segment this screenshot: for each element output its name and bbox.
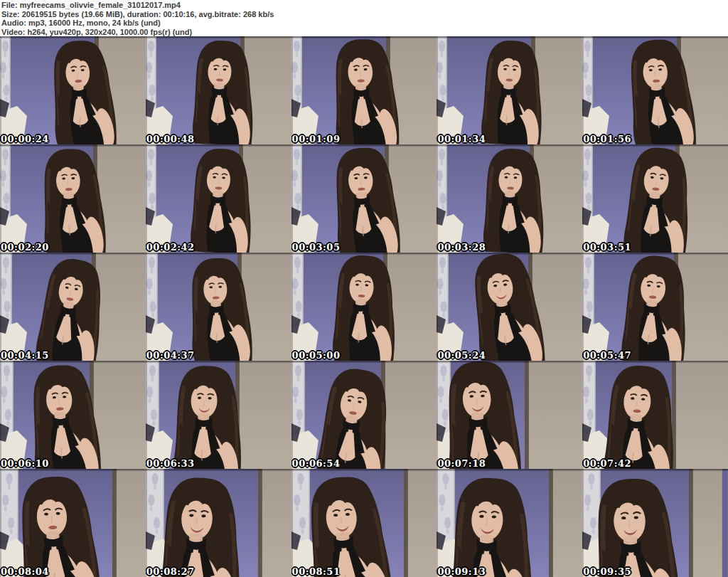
- timestamp-overlay: 00:03:28: [437, 242, 486, 253]
- timestamp-overlay: 00:07:18: [437, 458, 486, 469]
- frame-left-edge: [0, 361, 1, 469]
- video-thumbnail: 00:01:56: [582, 36, 728, 144]
- purple-wall-edge: [722, 469, 728, 577]
- frame-left-edge: [582, 36, 584, 144]
- thumbnail-image: [291, 144, 437, 253]
- frame-top-edge: [582, 144, 728, 147]
- thumbnail-image: [291, 36, 437, 144]
- video-thumbnail: 00:02:20: [0, 144, 146, 253]
- frame-top-edge: [0, 469, 146, 471]
- frame-left-edge: [146, 144, 147, 253]
- thumbnail-image: [437, 144, 582, 253]
- frame-top-edge: [582, 361, 728, 363]
- timestamp-overlay: 00:02:42: [146, 242, 195, 253]
- timestamp-overlay: 00:03:05: [292, 242, 341, 253]
- frame-top-edge: [146, 361, 291, 363]
- timestamp-overlay: 00:00:48: [146, 134, 195, 144]
- frame-top-edge: [437, 253, 582, 255]
- thumbnail-image: [582, 253, 728, 361]
- video-thumbnail: 00:04:37: [146, 253, 291, 361]
- frame-top-edge: [146, 253, 291, 255]
- timestamp-overlay: 00:04:15: [1, 350, 49, 361]
- video-thumbnail: 00:09:35: [582, 469, 728, 577]
- thumbnail-image: [0, 469, 146, 577]
- thumbnail-image: [437, 469, 582, 577]
- thumbnail-grid: 00:00:2400:00:4800:01:0900:01:3400:01:56…: [0, 36, 728, 577]
- frame-top-edge: [437, 361, 582, 363]
- video-thumbnail: 00:08:04: [0, 469, 146, 577]
- timestamp-overlay: 00:01:34: [437, 134, 486, 144]
- frame-top-edge: [582, 253, 728, 255]
- frame-top-edge: [291, 144, 437, 147]
- frame-left-edge: [146, 469, 147, 577]
- frame-top-edge: [291, 253, 437, 255]
- frame-top-edge: [291, 469, 437, 471]
- frame-top-edge: [146, 144, 291, 147]
- file-info-video: Video: h264, yuv420p, 320x240, 1000.00 f…: [1, 28, 728, 37]
- frame-left-edge: [0, 144, 1, 253]
- video-thumbnail: 00:01:09: [291, 36, 437, 144]
- video-thumbnail: 00:03:05: [291, 144, 437, 253]
- thumbnail-image: [146, 36, 291, 144]
- video-thumbnail: 00:09:13: [437, 469, 582, 577]
- frame-left-edge: [437, 253, 438, 361]
- wall-seam: [549, 469, 553, 577]
- video-thumbnail: 00:06:33: [146, 361, 291, 469]
- frame-left-edge: [437, 36, 438, 144]
- timestamp-overlay: 00:05:24: [437, 350, 486, 361]
- thumbnail-image: [437, 361, 582, 469]
- wall-seam: [258, 469, 262, 577]
- thumbnail-image: [146, 253, 291, 361]
- video-thumbnail: 00:06:10: [0, 361, 146, 469]
- frame-top-edge: [437, 144, 582, 147]
- timestamp-overlay: 00:09:35: [583, 566, 631, 577]
- frame-top-edge: [291, 361, 437, 363]
- frame-top-edge: [582, 469, 728, 471]
- file-info-header: File: myfreecams_olivvie_female_31012017…: [0, 0, 728, 36]
- video-thumbnail: 00:05:00: [291, 253, 437, 361]
- frame-left-edge: [291, 144, 293, 253]
- thumbnail-image: [582, 469, 728, 577]
- thumbnail-image: [291, 361, 437, 469]
- wall-seam: [403, 469, 407, 577]
- thumbnail-image: [291, 253, 437, 361]
- thumbnail-image: [582, 361, 728, 469]
- frame-left-edge: [291, 361, 293, 469]
- frame-left-edge: [291, 36, 293, 144]
- timestamp-overlay: 00:00:24: [1, 134, 49, 144]
- file-info-size: Size: 20619515 bytes (19.66 MiB), durati…: [1, 10, 728, 19]
- timestamp-overlay: 00:07:42: [583, 458, 631, 469]
- video-thumbnail: 00:00:24: [0, 36, 146, 144]
- video-thumbnail: 00:07:18: [437, 361, 582, 469]
- frame-top-edge: [0, 253, 146, 255]
- frame-left-edge: [291, 469, 293, 577]
- timestamp-overlay: 00:08:51: [292, 566, 341, 577]
- frame-left-edge: [291, 253, 293, 361]
- timestamp-overlay: 00:05:47: [583, 350, 631, 361]
- timestamp-overlay: 00:06:10: [1, 458, 49, 469]
- frame-top-edge: [0, 144, 146, 147]
- frame-left-edge: [437, 469, 438, 577]
- frame-left-edge: [582, 361, 584, 469]
- frame-left-edge: [146, 361, 147, 469]
- timestamp-overlay: 00:09:13: [437, 566, 486, 577]
- timestamp-overlay: 00:03:51: [583, 242, 631, 253]
- frame-top-edge: [582, 36, 728, 38]
- thumbnail-image: [0, 361, 146, 469]
- video-thumbnail: 00:03:28: [437, 144, 582, 253]
- frame-left-edge: [582, 469, 584, 577]
- thumbnail-image: [437, 253, 582, 361]
- timestamp-overlay: 00:01:56: [583, 134, 631, 144]
- frame-left-edge: [0, 253, 1, 361]
- thumbnail-image: [146, 361, 291, 469]
- frame-top-edge: [0, 36, 146, 38]
- frame-left-edge: [582, 253, 584, 361]
- frame-top-edge: [0, 361, 146, 363]
- file-info-audio: Audio: mp3, 16000 Hz, mono, 24 kb/s (und…: [1, 18, 728, 28]
- thumbnail-image: [0, 253, 146, 361]
- video-thumbnail: 00:08:27: [146, 469, 291, 577]
- timestamp-overlay: 00:05:00: [292, 350, 341, 361]
- thumbnail-image: [0, 144, 146, 253]
- timestamp-overlay: 00:08:27: [146, 566, 195, 577]
- wall-seam: [112, 469, 117, 577]
